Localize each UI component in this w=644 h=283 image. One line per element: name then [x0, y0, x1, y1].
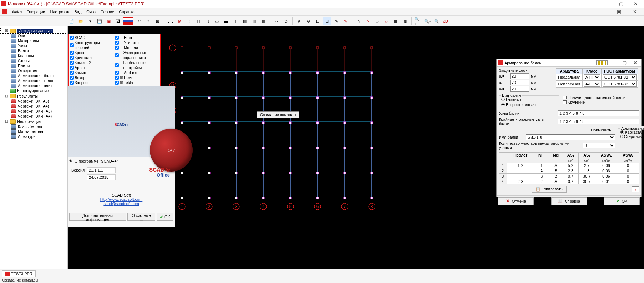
extra-mesh-checkbox[interactable]: Наличие дополнительной сетки — [563, 95, 625, 100]
tree-item[interactable]: Стены — [1, 58, 67, 63]
about-mail-link[interactable]: scad@scadsoft.com — [71, 202, 171, 206]
edit2-icon[interactable]: ✎ — [341, 17, 349, 25]
show-nodes-icon[interactable]: ∷ — [273, 17, 280, 25]
module-checkbox[interactable]: Декор — [69, 75, 114, 80]
cancel-button[interactable]: ✕Отмена — [498, 197, 534, 205]
menu-help[interactable]: Справка — [117, 9, 137, 15]
dialog-minimize-button[interactable]: — — [609, 59, 618, 66]
tree-item[interactable]: Марка бетона — [1, 129, 67, 134]
about-ok-button[interactable]: ✔OK — [157, 213, 173, 221]
module-checkbox[interactable]: Глобальные настройки — [114, 60, 159, 70]
cursor1-icon[interactable]: ↖ — [355, 17, 362, 25]
slabs-icon[interactable]: ▬ — [222, 17, 230, 25]
redo-icon[interactable]: ↷ — [144, 17, 152, 25]
flag-icon[interactable]: . — [123, 17, 133, 25]
frame-icon[interactable]: ▣ — [105, 17, 113, 25]
toggle4-icon[interactable]: ⊞ — [323, 17, 331, 25]
help-button[interactable]: 📖Справка — [551, 197, 587, 205]
ruler-icon[interactable] — [596, 60, 608, 65]
module-checkbox[interactable]: Конструкторы сечений — [69, 40, 114, 50]
module-checkbox[interactable]: Add-ins — [114, 70, 159, 75]
class-trans-select[interactable]: A-I — [584, 81, 600, 87]
about-url-link[interactable]: http://www.scadsoft.com — [71, 197, 171, 202]
menu-settings[interactable]: Настройки — [48, 9, 72, 15]
a3-input[interactable] — [510, 86, 529, 92]
view-3d-button[interactable]: 3D — [442, 17, 449, 25]
minimize-button[interactable]: — — [600, 0, 614, 8]
picture-icon[interactable]: 🖼 — [114, 17, 122, 25]
menu-operations[interactable]: Операции — [25, 9, 47, 15]
materials-icon[interactable]: М — [176, 17, 184, 25]
module-checkbox[interactable]: ⊞Tekla — [114, 80, 159, 85]
edit1-icon[interactable]: ✎ — [332, 17, 340, 25]
beam-nodes-input[interactable] — [558, 110, 639, 116]
tree-root-input[interactable]: ⊟Исходные данные — [1, 28, 67, 33]
ok-button[interactable]: ✔OK — [604, 197, 640, 205]
module-checkbox[interactable]: Утилиты — [114, 40, 159, 45]
copy-button[interactable]: 📋 Копировать — [532, 186, 567, 193]
tree-item[interactable]: Чертежи КЖ (А4) — [1, 104, 67, 109]
dialog-close-button[interactable]: ✕ — [630, 59, 640, 66]
open-dropdown-icon[interactable]: ▾ — [86, 17, 94, 25]
spans-table[interactable]: ПролетNнiNкiAS₁AS₂ASW₁ASW₂ см²см²см²/мсм… — [499, 152, 639, 184]
rebar-beams-icon[interactable]: ▤ — [241, 17, 249, 25]
cursor2-icon[interactable]: ↖ — [364, 17, 372, 25]
menu-file[interactable]: Файл — [10, 9, 24, 15]
grid-icon[interactable]: ⋮⋮ — [167, 17, 174, 25]
show-axes-icon[interactable]: ⊕ — [282, 17, 290, 25]
frames-radio[interactable]: Каркасами — [620, 130, 644, 134]
tree-item[interactable]: Чертежи КЖ (А3) — [1, 99, 67, 104]
apply-button[interactable]: Применить — [587, 127, 615, 133]
module-checkbox[interactable]: SCAD — [69, 35, 114, 40]
columns-icon[interactable]: ⎍ — [204, 17, 212, 25]
tree-item[interactable]: Колонны — [1, 53, 67, 58]
module-checkbox[interactable]: Кристалл — [69, 55, 114, 60]
tree-item[interactable]: Балки — [1, 48, 67, 53]
nodes-icon[interactable]: ⊹ — [185, 17, 193, 25]
secondary-beam-radio[interactable]: Второстепенная — [501, 103, 536, 107]
torsion-checkbox[interactable]: Кручение — [563, 100, 585, 104]
dialog-maximize-button[interactable]: ▢ — [620, 59, 629, 66]
rebar-cols-icon[interactable]: ▥ — [250, 17, 258, 25]
gost-trans-select[interactable]: ОСТ 5781-82 — [603, 81, 637, 87]
tree-item[interactable]: Армирование балок — [1, 73, 67, 78]
save-icon[interactable]: 💾 — [96, 17, 103, 25]
maximize-button[interactable]: ▢ — [614, 0, 628, 8]
eraser-icon[interactable]: ▱ — [373, 17, 381, 25]
mdi-restore-button[interactable]: ▣ — [612, 8, 626, 15]
tree-item[interactable]: Оси — [1, 33, 67, 38]
project-tree[interactable]: ⊟Исходные данные Оси Материалы Узлы Балк… — [0, 26, 68, 269]
toggle1-icon[interactable]: ≠ — [295, 17, 303, 25]
tree-item[interactable]: Армирование колонн — [1, 78, 67, 83]
menu-view[interactable]: Вид — [72, 9, 83, 15]
zoom-fit-icon[interactable]: 🔍 — [433, 17, 441, 25]
toggle2-icon[interactable]: ⊗ — [304, 17, 312, 25]
module-checkbox[interactable]: Вест — [114, 35, 159, 40]
beams-icon[interactable]: ⎕ — [194, 17, 202, 25]
new-icon[interactable]: 📄 — [68, 17, 76, 25]
open-icon[interactable]: 📂 — [77, 17, 85, 25]
module-checkbox[interactable]: Электронные справочники — [114, 50, 159, 60]
module-checkbox[interactable]: Комета-2 — [69, 60, 114, 65]
tree-item[interactable]: Чертежи КЖИ (А3) — [1, 109, 67, 114]
about-addinfo-button[interactable]: Дополнительная информация — [69, 213, 126, 221]
bars-radio[interactable]: Стержнями — [620, 134, 644, 139]
tree-root-results[interactable]: ⊟Результаты — [1, 93, 67, 99]
mdi-minimize-button[interactable]: — — [596, 8, 610, 15]
eraser2-icon[interactable]: ▱ — [382, 17, 390, 25]
module-checkbox[interactable]: ⊞Revit — [114, 75, 159, 80]
document-tab[interactable]: TEST3.PPR — [2, 270, 36, 277]
tree-item[interactable]: Материалы — [1, 38, 67, 43]
info-icon[interactable]: ¡ — [632, 186, 639, 192]
grid1-icon[interactable]: ▦ — [392, 17, 400, 25]
class-long-select[interactable]: A-III — [584, 74, 600, 80]
tree-konstruir[interactable]: Конструирование — [1, 88, 67, 93]
beam-name-select[interactable]: Бм1(1-8) — [526, 134, 615, 140]
rebar-slabs-icon[interactable]: ▦ — [259, 17, 267, 25]
gost-long-select[interactable]: ОСТ 5781-82 — [603, 74, 637, 80]
tree-icon[interactable]: ⊞ — [153, 17, 161, 25]
span-count-select[interactable]: 3 — [583, 143, 615, 148]
tree-item[interactable]: Плиты — [1, 63, 67, 68]
module-checkbox[interactable]: Камин — [69, 70, 114, 75]
a1-input[interactable] — [510, 73, 529, 79]
